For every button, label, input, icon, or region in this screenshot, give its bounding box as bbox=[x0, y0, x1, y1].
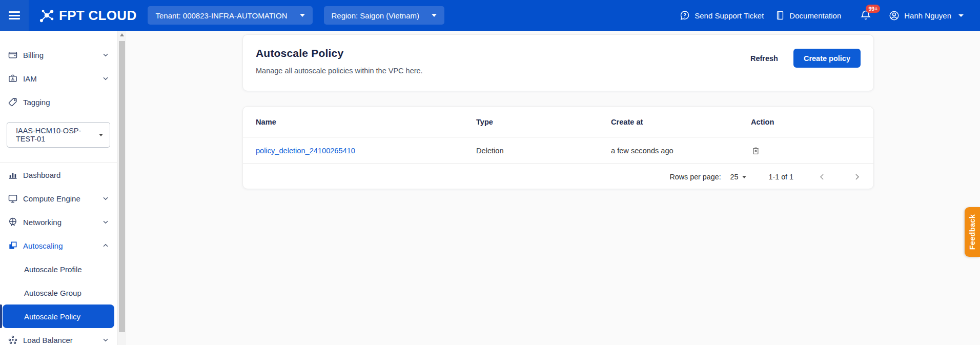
chevron-down-icon bbox=[99, 134, 103, 136]
chevron-down-icon bbox=[101, 218, 110, 226]
sidebar-item-iam[interactable]: IAM bbox=[0, 67, 117, 90]
chevron-left-icon bbox=[817, 172, 827, 182]
sidebar-item-label: Load Balancer bbox=[23, 336, 73, 344]
hamburger-icon bbox=[9, 10, 20, 22]
tag-icon bbox=[7, 97, 18, 107]
sidebar-item-compute-engine[interactable]: Compute Engine bbox=[0, 187, 117, 210]
app-root: FPT CLOUD Tenant: 000823-INFRA-AUTOMATIO… bbox=[0, 0, 980, 345]
brand-logo-text: FPT CLOUD bbox=[59, 8, 136, 24]
vpc-selector[interactable]: IAAS-HCM10-OSP-TEST-01 bbox=[7, 122, 110, 148]
column-header-name: Name bbox=[256, 118, 276, 126]
sidebar-item-networking[interactable]: Networking bbox=[0, 210, 117, 234]
table-header-row: Name Type Create at Action bbox=[243, 107, 873, 137]
region-dropdown[interactable]: Region: Saigon (Vietnam) bbox=[324, 6, 445, 25]
selected-item-indicator bbox=[0, 305, 2, 328]
page-actions: Refresh Create policy bbox=[750, 49, 861, 68]
sidebar-item-label: Billing bbox=[23, 51, 44, 59]
sidebar-item-dashboard[interactable]: Dashboard bbox=[0, 163, 117, 187]
menu-button[interactable] bbox=[0, 0, 29, 31]
column-header-type: Type bbox=[476, 118, 493, 126]
sidebar-item-load-balancer[interactable]: Load Balancer bbox=[0, 328, 117, 345]
autoscaling-icon bbox=[7, 240, 18, 251]
policy-type-cell: Deletion bbox=[476, 147, 504, 155]
chevron-down-icon bbox=[101, 74, 110, 83]
page-subtitle: Manage all autoscale policies within the… bbox=[256, 67, 423, 75]
monitor-icon bbox=[7, 193, 18, 204]
column-header-action: Action bbox=[751, 118, 774, 126]
sidebar-item-autoscaling[interactable]: Autoscaling bbox=[0, 234, 117, 257]
sidebar-item-label: Networking bbox=[23, 218, 62, 227]
rows-per-page-label: Rows per page: bbox=[669, 173, 721, 181]
feedback-label: Feedback bbox=[968, 214, 976, 250]
send-support-ticket-button[interactable]: Send Support Ticket bbox=[679, 10, 764, 21]
documentation-label: Documentation bbox=[789, 11, 841, 20]
chevron-down-icon bbox=[101, 194, 110, 202]
next-page-button[interactable] bbox=[852, 172, 862, 182]
table-pagination: Rows per page: 25 1-1 of 1 bbox=[243, 164, 873, 190]
chevron-right-icon bbox=[852, 172, 862, 182]
cluster-icon bbox=[7, 335, 18, 345]
support-chat-icon bbox=[679, 10, 690, 21]
feedback-tab[interactable]: Feedback bbox=[965, 207, 980, 257]
policy-table-card: Name Type Create at Action policy_deleti… bbox=[242, 106, 874, 189]
main-content: Autoscale Policy Manage all autoscale po… bbox=[126, 31, 980, 345]
globe-icon bbox=[7, 217, 18, 227]
chevron-down-icon bbox=[958, 14, 964, 17]
page-title: Autoscale Policy bbox=[256, 47, 343, 59]
user-avatar-icon bbox=[888, 10, 900, 22]
chevron-down-icon bbox=[742, 176, 746, 178]
sidebar-item-label: IAM bbox=[23, 74, 37, 83]
documentation-button[interactable]: Documentation bbox=[775, 10, 841, 21]
topbar-right: Send Support Ticket Documentation 9 bbox=[679, 9, 980, 22]
rows-per-page-select[interactable]: 25 bbox=[730, 173, 746, 181]
rows-per-page-value: 25 bbox=[730, 173, 739, 181]
delete-policy-button[interactable] bbox=[751, 146, 761, 155]
chevron-up-icon bbox=[101, 241, 110, 250]
sidebar-item-label: Dashboard bbox=[23, 171, 60, 179]
chevron-down-icon bbox=[300, 14, 305, 17]
bar-chart-icon bbox=[7, 170, 18, 180]
region-dropdown-label: Region: Saigon (Vietnam) bbox=[332, 11, 420, 20]
chevron-down-icon bbox=[432, 14, 437, 17]
scrollbar-up-arrow-icon[interactable] bbox=[120, 33, 124, 36]
pagination-range-label: 1-1 of 1 bbox=[769, 173, 793, 181]
tenant-dropdown-label: Tenant: 000823-INFRA-AUTOMATION bbox=[155, 11, 287, 20]
notification-badge: 99+ bbox=[866, 5, 880, 13]
sidebar-item-autoscale-group[interactable]: Autoscale Group bbox=[0, 281, 117, 305]
fpt-molecule-icon bbox=[38, 7, 55, 24]
sidebar-item-label: Autoscaling bbox=[23, 241, 63, 250]
user-name: Hanh Nguyen bbox=[904, 11, 951, 20]
create-policy-button[interactable]: Create policy bbox=[793, 49, 861, 68]
sidebar: Billing IAM bbox=[0, 31, 117, 345]
wallet-icon bbox=[7, 50, 18, 60]
chevron-down-icon bbox=[101, 51, 110, 59]
document-icon bbox=[775, 10, 785, 21]
user-menu[interactable]: Hanh Nguyen bbox=[888, 10, 964, 22]
tenant-dropdown[interactable]: Tenant: 000823-INFRA-AUTOMATION bbox=[148, 6, 312, 25]
id-badge-icon bbox=[7, 73, 18, 84]
column-header-create-at: Create at bbox=[611, 118, 643, 126]
trash-icon bbox=[751, 146, 761, 155]
vpc-selector-value: IAAS-HCM10-OSP-TEST-01 bbox=[16, 127, 99, 143]
sidebar-item-label: Autoscale Policy bbox=[24, 312, 80, 321]
scrollbar-thumb[interactable] bbox=[119, 41, 125, 332]
sidebar-item-billing[interactable]: Billing bbox=[0, 43, 117, 67]
sidebar-item-autoscale-policy-selected[interactable]: Autoscale Policy bbox=[3, 305, 114, 328]
policy-name-link[interactable]: policy_deletion_24100265410 bbox=[256, 147, 355, 155]
sidebar-item-label: Autoscale Profile bbox=[24, 265, 82, 274]
send-support-ticket-label: Send Support Ticket bbox=[695, 11, 764, 20]
brand-logo[interactable]: FPT CLOUD bbox=[38, 7, 136, 24]
table-row: policy_deletion_24100265410 Deletion a f… bbox=[243, 137, 873, 164]
sidebar-item-autoscale-profile[interactable]: Autoscale Profile bbox=[0, 257, 117, 281]
top-navbar: FPT CLOUD Tenant: 000823-INFRA-AUTOMATIO… bbox=[0, 0, 980, 31]
chevron-down-icon bbox=[101, 336, 110, 344]
previous-page-button[interactable] bbox=[817, 172, 827, 182]
sidebar-item-label: Compute Engine bbox=[23, 194, 80, 203]
page-header-card: Autoscale Policy Manage all autoscale po… bbox=[242, 34, 874, 91]
sidebar-item-label: Autoscale Group bbox=[24, 289, 81, 297]
sidebar-scrollbar[interactable] bbox=[117, 31, 126, 345]
refresh-button[interactable]: Refresh bbox=[750, 54, 778, 63]
sidebar-item-tagging[interactable]: Tagging bbox=[0, 90, 117, 114]
notifications-button[interactable]: 99+ bbox=[860, 9, 872, 22]
sidebar-item-label: Tagging bbox=[23, 98, 50, 107]
